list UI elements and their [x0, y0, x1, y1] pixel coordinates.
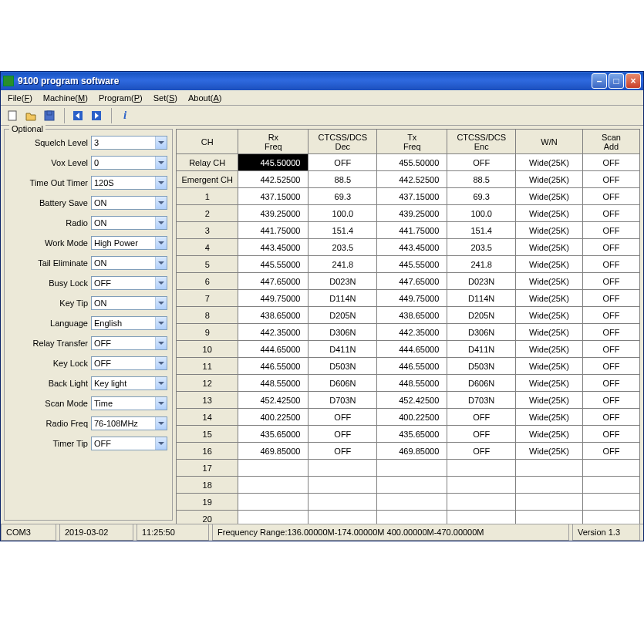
tx-freq-cell[interactable]: 449.75000 — [377, 290, 447, 307]
tx-freq-cell[interactable]: 442.35000 — [377, 324, 447, 341]
scan-cell[interactable]: OFF — [582, 426, 639, 443]
menu-machine[interactable]: Machine(M) — [38, 92, 93, 104]
rx-freq-cell[interactable]: 446.55000 — [238, 358, 309, 375]
row-header[interactable]: Relay CH — [177, 154, 238, 171]
tx-freq-cell[interactable] — [377, 494, 447, 511]
radio-freq-combo[interactable]: 76-108MHz — [91, 416, 167, 430]
enc-cell[interactable]: D114N — [447, 290, 516, 307]
table-row[interactable]: 19 — [177, 494, 640, 511]
wn-cell[interactable]: Wide(25K) — [516, 188, 583, 205]
scan-cell[interactable]: OFF — [582, 290, 639, 307]
column-rx-freq[interactable]: RxFreq — [238, 130, 309, 154]
dec-cell[interactable]: D503N — [309, 358, 377, 375]
menu-set[interactable]: Set(S) — [148, 92, 183, 104]
table-row[interactable]: 1437.1500069.3437.1500069.3Wide(25K)OFF — [177, 188, 640, 205]
scan-cell[interactable]: OFF — [582, 324, 639, 341]
scan-cell[interactable] — [582, 460, 639, 477]
column-w-n[interactable]: W/N — [516, 130, 583, 154]
enc-cell[interactable]: D703N — [447, 392, 516, 409]
table-row[interactable]: 2439.25000100.0439.25000100.0Wide(25K)OF… — [177, 205, 640, 222]
table-row[interactable]: Relay CH445.50000OFF455.50000OFFWide(25K… — [177, 154, 640, 171]
rx-freq-cell[interactable]: 442.52500 — [238, 171, 309, 188]
row-header[interactable]: 7 — [177, 290, 238, 307]
wn-cell[interactable]: Wide(25K) — [516, 154, 583, 171]
scan-cell[interactable]: OFF — [582, 256, 639, 273]
column-scan-add[interactable]: ScanAdd — [582, 130, 639, 154]
scan-cell[interactable]: OFF — [582, 358, 639, 375]
table-row[interactable]: 15435.65000OFF435.65000OFFWide(25K)OFF — [177, 426, 640, 443]
row-header[interactable]: 20 — [177, 511, 238, 524]
rx-freq-cell[interactable]: 441.75000 — [238, 222, 309, 239]
tx-freq-cell[interactable]: 452.42500 — [377, 392, 447, 409]
scan-cell[interactable]: OFF — [582, 341, 639, 358]
tail-eliminate-combo[interactable]: ON — [91, 256, 167, 270]
wn-cell[interactable]: Wide(25K) — [516, 443, 583, 460]
row-header[interactable]: 15 — [177, 426, 238, 443]
dec-cell[interactable]: 151.4 — [309, 222, 377, 239]
enc-cell[interactable]: D306N — [447, 324, 516, 341]
rx-freq-cell[interactable]: 447.65000 — [238, 273, 309, 290]
language-combo[interactable]: English — [91, 316, 167, 330]
tx-freq-cell[interactable]: 439.25000 — [377, 205, 447, 222]
timer-tip-combo[interactable]: OFF — [91, 437, 167, 450]
table-row[interactable]: 5445.55000241.8445.55000241.8Wide(25K)OF… — [177, 256, 640, 273]
time-out-timer-combo[interactable]: 120S — [91, 176, 167, 190]
key-lock-combo[interactable]: OFF — [91, 356, 167, 370]
dec-cell[interactable]: D411N — [309, 341, 377, 358]
row-header[interactable]: 8 — [177, 307, 238, 324]
enc-cell[interactable]: D503N — [447, 358, 516, 375]
new-button[interactable] — [4, 107, 21, 124]
radio-combo[interactable]: ON — [91, 216, 167, 230]
enc-cell[interactable]: D411N — [447, 341, 516, 358]
wn-cell[interactable]: Wide(25K) — [516, 358, 583, 375]
rx-freq-cell[interactable]: 452.42500 — [238, 392, 309, 409]
rx-freq-cell[interactable] — [238, 511, 309, 524]
dec-cell[interactable]: 69.3 — [309, 188, 377, 205]
column-ctcss-dcs-dec[interactable]: CTCSS/DCSDec — [309, 130, 377, 154]
scan-cell[interactable] — [582, 477, 639, 494]
rx-freq-cell[interactable]: 400.22500 — [238, 409, 309, 426]
table-row[interactable]: Emergent CH442.5250088.5442.5250088.5Wid… — [177, 171, 640, 188]
table-row[interactable]: 6447.65000D023N447.65000D023NWide(25K)OF… — [177, 273, 640, 290]
wn-cell[interactable]: Wide(25K) — [516, 426, 583, 443]
tx-freq-cell[interactable]: 446.55000 — [377, 358, 447, 375]
minimize-button[interactable]: – — [592, 73, 607, 89]
tx-freq-cell[interactable]: 435.65000 — [377, 426, 447, 443]
wn-cell[interactable]: Wide(25K) — [516, 375, 583, 392]
table-row[interactable]: 8438.65000D205N438.65000D205NWide(25K)OF… — [177, 307, 640, 324]
relay-transfer-combo[interactable]: OFF — [91, 336, 167, 350]
scan-cell[interactable]: OFF — [582, 307, 639, 324]
dec-cell[interactable]: D306N — [309, 324, 377, 341]
table-row[interactable]: 9442.35000D306N442.35000D306NWide(25K)OF… — [177, 324, 640, 341]
back-light-combo[interactable]: Key light — [91, 376, 167, 390]
table-row[interactable]: 16469.85000OFF469.85000OFFWide(25K)OFF — [177, 443, 640, 460]
dec-cell[interactable]: D703N — [309, 392, 377, 409]
table-row[interactable]: 17 — [177, 460, 640, 477]
table-row[interactable]: 7449.75000D114N449.75000D114NWide(25K)OF… — [177, 290, 640, 307]
menu-file[interactable]: File(F) — [2, 92, 38, 104]
rx-freq-cell[interactable]: 437.15000 — [238, 188, 309, 205]
row-header[interactable]: 1 — [177, 188, 238, 205]
wn-cell[interactable]: Wide(25K) — [516, 273, 583, 290]
scan-cell[interactable] — [582, 511, 639, 524]
wn-cell[interactable]: Wide(25K) — [516, 171, 583, 188]
enc-cell[interactable] — [447, 477, 516, 494]
tx-freq-cell[interactable] — [377, 460, 447, 477]
enc-cell[interactable]: OFF — [447, 154, 516, 171]
close-button[interactable]: × — [625, 73, 641, 89]
row-header[interactable]: 5 — [177, 256, 238, 273]
dec-cell[interactable]: D606N — [309, 375, 377, 392]
tx-freq-cell[interactable]: 445.55000 — [377, 256, 447, 273]
enc-cell[interactable] — [447, 511, 516, 524]
key-tip-combo[interactable]: ON — [91, 296, 167, 310]
row-header[interactable]: 10 — [177, 341, 238, 358]
scan-mode-combo[interactable]: Time — [91, 396, 167, 410]
row-header[interactable]: 3 — [177, 222, 238, 239]
table-row[interactable]: 13452.42500D703N452.42500D703NWide(25K)O… — [177, 392, 640, 409]
scan-cell[interactable]: OFF — [582, 239, 639, 256]
rx-freq-cell[interactable]: 435.65000 — [238, 426, 309, 443]
table-row[interactable]: 3441.75000151.4441.75000151.4Wide(25K)OF… — [177, 222, 640, 239]
scan-cell[interactable] — [582, 494, 639, 511]
scan-cell[interactable]: OFF — [582, 273, 639, 290]
dec-cell[interactable]: 241.8 — [309, 256, 377, 273]
